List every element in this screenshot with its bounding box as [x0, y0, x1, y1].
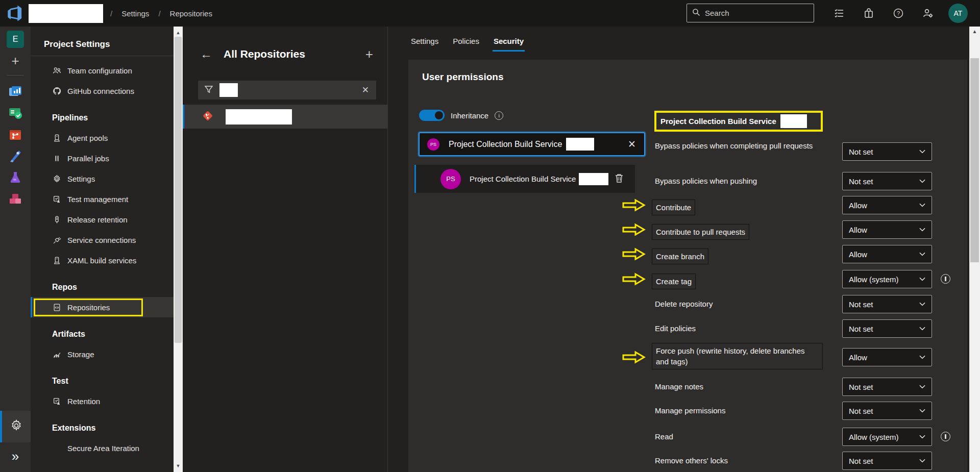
repositories-panel-title: All Repositories: [224, 48, 305, 60]
tab-security[interactable]: Security: [493, 33, 525, 52]
expand-rail-icon[interactable]: »: [0, 445, 31, 467]
marketplace-bag-icon[interactable]: [861, 5, 877, 21]
sidebar-item-xaml-build-services[interactable]: XAML build services: [31, 250, 174, 270]
tab-bar: SettingsPoliciesSecurity: [410, 33, 525, 52]
tasklist-icon[interactable]: [831, 5, 847, 21]
permission-label: Edit policies: [655, 323, 696, 334]
add-repository-icon[interactable]: +: [365, 46, 373, 62]
user-settings-icon[interactable]: [920, 5, 936, 21]
overview-icon[interactable]: [0, 82, 31, 102]
sidebar-item-storage[interactable]: Storage: [31, 344, 174, 364]
permission-dropdown-manage-permissions[interactable]: Not set: [842, 402, 932, 420]
permission-label: Bypass policies when completing pull req…: [655, 140, 813, 151]
permission-dropdown-force-push-(rewrite[interactable]: Allow: [842, 348, 932, 366]
permissions-target-name: Project Collection Build Service: [660, 117, 776, 126]
project-settings-nav: Project Settings Team configurationGitHu…: [31, 27, 174, 472]
permission-dropdown-bypass-policies-when[interactable]: Not set: [842, 172, 932, 190]
agent-icon: [52, 256, 61, 265]
sidebar-item-settings[interactable]: Settings: [31, 168, 174, 189]
tab-policies[interactable]: Policies: [452, 33, 480, 52]
permission-row: ContributeAllow: [408, 196, 967, 214]
rail-divider: [7, 75, 24, 76]
permission-dropdown-read[interactable]: Allow (system): [842, 428, 932, 446]
project-avatar[interactable]: E: [7, 31, 24, 48]
permission-dropdown-remove-others'-locks[interactable]: Not set: [842, 452, 932, 470]
breadcrumb-settings[interactable]: Settings: [121, 9, 149, 18]
chevron-down-icon: [919, 203, 925, 207]
artifacts-icon[interactable]: [0, 189, 31, 209]
sidebar-item-label: Settings: [67, 175, 95, 183]
sidebar-item-team-configuration[interactable]: Team configuration: [31, 60, 174, 81]
back-arrow-icon[interactable]: ←: [200, 47, 212, 61]
permission-label: Manage permissions: [655, 405, 725, 416]
permission-dropdown-create-branch[interactable]: Allow: [842, 245, 932, 263]
repos-icon[interactable]: [0, 125, 31, 145]
nav-scrollbar-thumb[interactable]: [175, 37, 182, 343]
permission-label: Contribute to pull requests: [652, 224, 749, 240]
filter-value-redacted: [219, 83, 238, 97]
boards-icon[interactable]: [0, 103, 31, 123]
permission-value: Allow: [849, 226, 867, 234]
nav-title: Project Settings: [31, 27, 174, 56]
permission-label: Delete repository: [655, 299, 713, 309]
nav-scrollbar[interactable]: ▲ ▼: [174, 27, 183, 472]
search-icon: [692, 8, 700, 18]
nav-section-artifacts: Artifacts: [31, 317, 174, 344]
scroll-down-icon[interactable]: ▼: [174, 462, 183, 470]
security-card: User permissions Inheritance i PS Projec…: [408, 60, 967, 472]
plug-icon: [52, 235, 61, 244]
repositories-panel: ← All Repositories + ✕: [183, 27, 388, 472]
test-plans-icon[interactable]: [0, 167, 31, 188]
project-name-redacted[interactable]: [29, 4, 103, 23]
system-permission-info-icon[interactable]: [941, 432, 950, 441]
info-icon[interactable]: i: [495, 111, 503, 120]
scroll-up-icon[interactable]: ▲: [174, 29, 183, 37]
funnel-icon: [204, 85, 213, 96]
sidebar-item-release-retention[interactable]: Release retention: [31, 209, 174, 230]
permissions-target-header: Project Collection Build Service: [654, 111, 823, 132]
add-project-item-icon[interactable]: +: [0, 53, 31, 68]
project-settings-gear[interactable]: [0, 411, 31, 442]
tab-settings[interactable]: Settings: [410, 33, 439, 52]
permission-dropdown-contribute-to-pull[interactable]: Allow: [842, 220, 932, 239]
system-permission-info-icon[interactable]: [941, 274, 950, 284]
code-file-icon: [52, 303, 61, 312]
sidebar-item-parallel-jobs[interactable]: Parallel jobs: [31, 148, 174, 168]
sidebar-item-service-connections[interactable]: Service connections: [31, 230, 174, 250]
clear-filter-icon[interactable]: ✕: [362, 85, 369, 95]
permission-dropdown-delete-repository[interactable]: Not set: [842, 295, 932, 313]
inheritance-toggle[interactable]: [419, 110, 445, 121]
user-avatar[interactable]: AT: [948, 4, 968, 23]
pipelines-icon[interactable]: [0, 146, 31, 166]
permission-label: Read: [655, 431, 673, 442]
permission-dropdown-create-tag[interactable]: Allow (system): [842, 270, 932, 288]
permission-dropdown-manage-notes[interactable]: Not set: [842, 378, 932, 396]
sidebar-item-test-management[interactable]: Test management: [31, 189, 174, 209]
sidebar-item-agent-pools[interactable]: Agent pools: [31, 128, 174, 148]
sidebar-item-secure-area-iteration[interactable]: Secure Area Iteration: [31, 438, 174, 458]
chevron-down-icon: [919, 150, 925, 154]
azure-devops-logo[interactable]: [0, 5, 29, 22]
permission-dropdown-bypass-policies-when[interactable]: Not set: [842, 142, 932, 161]
breadcrumb-repositories[interactable]: Repositories: [170, 9, 212, 18]
gear-icon: [52, 174, 61, 183]
sidebar-item-github-connections[interactable]: GitHub connections: [31, 81, 174, 101]
github-icon: [52, 86, 61, 95]
permission-value: Allow: [849, 201, 867, 210]
page-scrollbar[interactable]: ▲: [969, 27, 980, 472]
nav-section-extensions: Extensions: [31, 411, 174, 438]
repository-list-item[interactable]: [183, 105, 388, 129]
sidebar-item-repositories[interactable]: Repositories: [31, 297, 174, 317]
permission-row: Force push (rewrite history, delete bran…: [408, 343, 967, 371]
sidebar-item-retention[interactable]: Retention: [31, 391, 174, 411]
permission-dropdown-contribute[interactable]: Allow: [842, 196, 932, 214]
help-icon[interactable]: ?: [890, 5, 906, 21]
sidebar-item-label: Agent pools: [67, 134, 108, 142]
scroll-up-icon[interactable]: ▲: [969, 29, 980, 34]
permission-dropdown-edit-policies[interactable]: Not set: [842, 319, 932, 338]
repository-filter-input[interactable]: ✕: [198, 81, 376, 100]
chevron-down-icon: [919, 252, 925, 256]
page-scrollbar-thumb[interactable]: [970, 58, 979, 262]
search-input[interactable]: Search: [687, 4, 814, 22]
yellow-arrow-annotation: [622, 198, 646, 212]
